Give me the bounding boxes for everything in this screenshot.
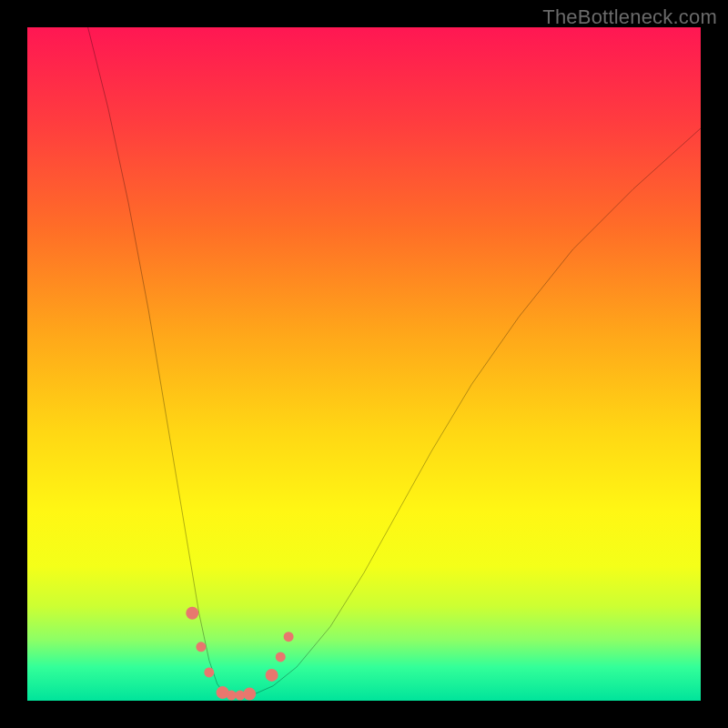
chart-frame: TheBottleneck.com [0,0,728,728]
bottleneck-curve [88,27,701,695]
highlight-dot [284,632,294,642]
watermark-text: TheBottleneck.com [542,5,717,29]
marker-layer [186,607,293,701]
highlight-dot [204,667,214,677]
highlight-dot [276,652,286,662]
highlight-dot [266,669,278,682]
plot-overlay [27,27,701,701]
highlight-dot [227,691,237,701]
highlight-dot [186,607,198,620]
highlight-dot [243,688,256,701]
plot-area [27,27,701,701]
highlight-dot [196,642,206,652]
